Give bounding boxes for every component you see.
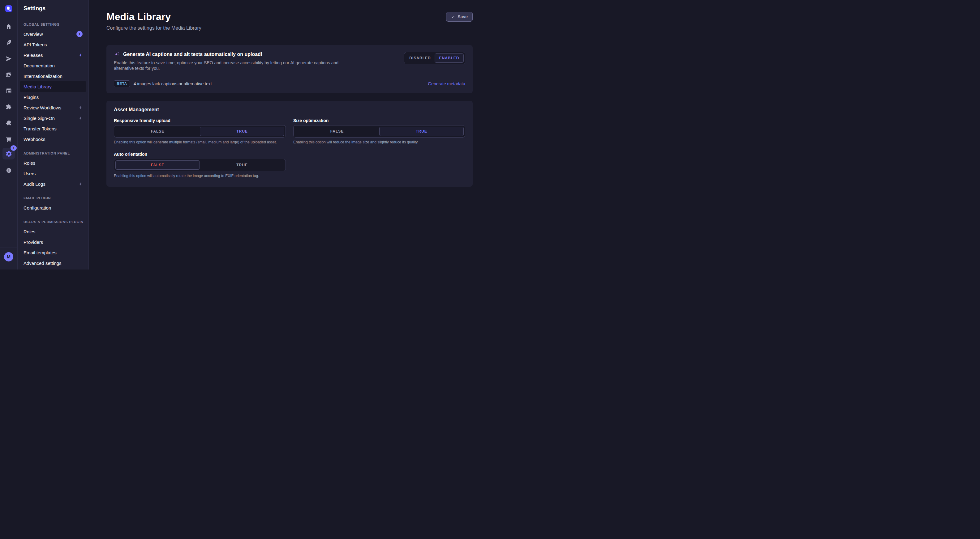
rail-item-home[interactable] (2, 19, 16, 35)
toggle-option-disabled[interactable]: DISABLED (406, 54, 434, 63)
setting-field-responsive-friendly-upload: Responsive friendly uploadFALSETRUEEnabl… (114, 118, 286, 145)
sidebar-item-label: Advanced settings (24, 260, 62, 266)
boolean-toggle-size-optimization: FALSETRUE (293, 125, 465, 138)
rail-item-settings[interactable]: 1 (3, 148, 15, 160)
toggle-option-false[interactable]: FALSE (295, 127, 379, 136)
toggle-option-true[interactable]: TRUE (200, 160, 284, 170)
sidebar-item-audit-logs[interactable]: Audit Logs (20, 179, 86, 189)
check-icon (451, 15, 455, 19)
sidebar-item-advanced-settings[interactable]: Advanced settings (20, 258, 86, 268)
banner-divider (114, 76, 465, 76)
sidebar-item-webhooks[interactable]: Webhooks (20, 134, 86, 144)
sidebar-item-label: Review Workflows (24, 105, 61, 110)
page-header: Media Library Save (107, 11, 473, 22)
field-label: Responsive friendly upload (114, 118, 286, 123)
sidebar-item-roles[interactable]: Roles (20, 158, 86, 168)
banner-title: Generate AI captions and alt texts autom… (123, 52, 262, 57)
sidebar-item-overview[interactable]: Overview1 (20, 29, 86, 39)
field-label: Auto orientation (114, 152, 286, 157)
sidebar-section-label-email-plugin: EMAIL PLUGIN (18, 193, 89, 203)
sidebar-item-media-library[interactable]: Media Library (20, 81, 86, 92)
boolean-toggle-auto-orientation: FALSETRUE (114, 159, 286, 171)
sidebar-item-plugins[interactable]: Plugins (20, 92, 86, 102)
sidebar-item-review-workflows[interactable]: Review Workflows (20, 102, 86, 113)
sidebar-item-documentation[interactable]: Documentation (20, 60, 86, 71)
generate-metadata-link[interactable]: Generate metadata (428, 81, 465, 86)
sidebar-item-label: Single Sign-On (24, 116, 55, 121)
rail-item-purchases[interactable] (2, 131, 16, 147)
rail-item-content-manager[interactable] (2, 83, 16, 99)
sidebar-item-label: Media Library (24, 84, 52, 89)
toggle-option-false[interactable]: FALSE (115, 127, 200, 136)
field-hint: Enabling this option will automatically … (114, 173, 286, 179)
info-icon (6, 167, 12, 174)
sidebar-item-label: Plugins (24, 95, 39, 100)
sidebar-item-providers[interactable]: Providers (20, 237, 86, 247)
main-content: Media Library Save Configure the setting… (89, 0, 490, 270)
field-label: Size optimization (293, 118, 465, 123)
strapi-logo[interactable] (5, 5, 12, 12)
asset-management-title: Asset Management (114, 107, 465, 113)
sidebar-item-label: Roles (24, 229, 35, 234)
sparkle-ai-icon (114, 51, 120, 57)
sidebar-item-label: Documentation (24, 63, 55, 68)
rail-item-plugins[interactable] (2, 99, 16, 115)
sidebar-item-roles[interactable]: Roles (20, 226, 86, 237)
sidebar-item-label: Internationalization (24, 74, 62, 79)
sidebar-item-email-templates[interactable]: Email templates (20, 247, 86, 258)
home-icon (5, 23, 12, 30)
sidebar-item-label: Email templates (24, 250, 57, 255)
sidebar-item-releases[interactable]: Releases (20, 50, 86, 60)
sidebar-item-label: Overview (24, 32, 43, 37)
rail-divider (0, 247, 18, 248)
sidebar-item-label: Configuration (24, 205, 51, 211)
sidebar-item-internationalization[interactable]: Internationalization (20, 71, 86, 81)
sidebar-section-label-global-settings: GLOBAL SETTINGS (18, 19, 89, 29)
setting-field-size-optimization: Size optimizationFALSETRUEEnabling this … (293, 118, 465, 145)
settings-notification-badge: 1 (11, 145, 17, 151)
layout-icon (5, 87, 12, 94)
ai-enabled-toggle: DISABLEDENABLED (404, 52, 465, 64)
sidebar-item-label: Releases (24, 52, 43, 58)
save-button[interactable]: Save (446, 12, 473, 22)
sidebar-header: Settings (18, 0, 89, 17)
rail-item-deploy[interactable] (2, 51, 16, 67)
lightning-bolt-icon (79, 116, 83, 120)
sidebar-title: Settings (24, 5, 46, 12)
sidebar-section-label-users-permissions-plugin: USERS & PERMISSIONS PLUGIN (18, 217, 89, 226)
banner-description: Enable this feature to save time, optimi… (114, 60, 343, 71)
sidebar-item-label: Users (24, 171, 36, 176)
asset-management-card: Asset Management Responsive friendly upl… (107, 101, 473, 187)
sidebar-item-transfer-tokens[interactable]: Transfer Tokens (20, 123, 86, 134)
sidebar-item-single-sign-on[interactable]: Single Sign-On (20, 113, 86, 123)
sidebar-item-label: Transfer Tokens (24, 126, 57, 132)
field-hint: Enabling this option will generate multi… (114, 140, 286, 145)
save-button-label: Save (458, 14, 468, 19)
notification-count-badge: 1 (76, 31, 83, 37)
shopping-cart-icon (5, 136, 12, 143)
paper-plane-icon (5, 55, 12, 62)
beta-badge: BETA (114, 80, 130, 87)
sidebar-item-users[interactable]: Users (20, 168, 86, 179)
sidebar-item-configuration[interactable]: Configuration (20, 203, 86, 213)
rail-item-information[interactable] (0, 166, 18, 174)
rail-nav (0, 17, 18, 147)
toggle-option-false[interactable]: FALSE (115, 160, 200, 170)
sidebar-item-label: Webhooks (24, 136, 46, 142)
toggle-option-enabled[interactable]: ENABLED (434, 54, 464, 63)
toggle-option-true[interactable]: TRUE (200, 127, 284, 136)
images-icon (5, 71, 12, 78)
toggle-option-true[interactable]: TRUE (379, 127, 464, 136)
puzzle-marketplace-icon (5, 120, 12, 127)
lightning-bolt-icon (79, 182, 83, 186)
sidebar-item-label: Providers (24, 239, 43, 245)
user-avatar[interactable]: M (4, 252, 13, 262)
rail-item-content-type-builder[interactable] (2, 35, 16, 51)
main-nav-rail: 1 M (0, 0, 18, 270)
missing-captions-status: 4 images lack captions or alternative te… (134, 81, 212, 86)
puzzle-icon (5, 103, 12, 110)
rail-item-marketplace[interactable] (2, 115, 16, 131)
gear-icon (5, 150, 13, 157)
sidebar-item-api-tokens[interactable]: API Tokens (20, 39, 86, 50)
rail-item-media-library[interactable] (2, 67, 16, 83)
